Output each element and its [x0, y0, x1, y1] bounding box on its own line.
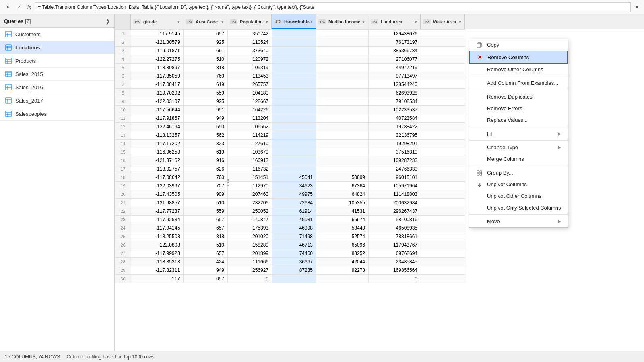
col-dropdown-icon[interactable]: ▼: [361, 20, 365, 24]
table-cell: 50899: [316, 173, 369, 182]
grid-area: 1²3 gitude ▼ 1²3 Area Code ▼ 1²3 Populat…: [115, 14, 644, 351]
menu-item-remove_other_columns[interactable]: Remove Other Columns: [469, 64, 568, 75]
col-header-medianincome[interactable]: 1²3 Median Income ▼: [316, 14, 368, 29]
menu-item-remove_columns[interactable]: ✕Remove Columns: [469, 51, 568, 64]
menu-item-move[interactable]: Move▶: [469, 216, 568, 227]
menu-item-merge_columns[interactable]: Merge Columns: [469, 153, 568, 165]
svg-rect-33: [480, 173, 482, 175]
row-number: 5: [115, 64, 131, 72]
table-cell: 559: [184, 89, 228, 97]
table-cell: 104180: [228, 89, 272, 97]
submenu-arrow: ▶: [558, 219, 561, 224]
table-cell: 818: [184, 64, 228, 72]
table-cell: 707: [184, 182, 228, 190]
svg-rect-12: [6, 71, 11, 77]
table-cell: 92278: [316, 266, 369, 275]
confirm-button[interactable]: ✓: [14, 3, 23, 12]
menu-item-remove_duplicates[interactable]: Remove Duplicates: [469, 91, 568, 103]
sidebar-item-products[interactable]: Products: [0, 54, 114, 68]
table-row: 9-122.0310792512866779108534: [115, 97, 465, 106]
table-row: 2-121.8057992511052476173197: [115, 38, 465, 47]
table-row: 23-117.92534657140847450316597458100816: [115, 216, 465, 224]
table-cell: [316, 30, 369, 38]
sidebar-item-salespeoples[interactable]: Salespeoples: [0, 107, 114, 121]
sidebar-item-locations[interactable]: Locations: [0, 41, 114, 54]
table-cell: -122.46194: [131, 123, 184, 131]
row-number: 8: [115, 89, 131, 97]
table-cell: 49975: [272, 190, 316, 199]
menu-item-group_by[interactable]: Group By...: [469, 167, 568, 179]
menu-item-copy[interactable]: Copy: [469, 39, 568, 51]
table-cell: [316, 114, 369, 123]
col-dropdown-icon[interactable]: ▼: [265, 20, 269, 24]
table-cell: 97713497: [369, 72, 421, 80]
resize-handle[interactable]: [227, 177, 230, 188]
table-cell: 510: [184, 55, 228, 64]
sidebar-item-label: Sales_2017: [15, 98, 43, 104]
table-cell: 510: [184, 199, 228, 207]
remove-columns-icon: ✕: [476, 54, 483, 60]
sidebar-item-customers[interactable]: Customers: [0, 28, 114, 41]
formula-expand-button[interactable]: ▼: [633, 5, 641, 10]
table-cell: 657: [184, 224, 228, 232]
table-cell: [421, 190, 465, 199]
col-header-areacode[interactable]: 1²3 Area Code ▼: [183, 14, 227, 29]
status-bar: 15 COLUMNS, 74 ROWS Column profiling bas…: [0, 351, 644, 362]
table-cell: [421, 38, 465, 47]
menu-item-add_column_examples[interactable]: Add Column From Examples...: [469, 77, 568, 89]
menu-separator: [469, 127, 568, 127]
table-row: 16-121.37162916166913109287233: [115, 156, 465, 165]
menu-item-unpivot_columns[interactable]: Unpivot Columns: [469, 179, 568, 190]
menu-item-unpivot_selected_columns[interactable]: Unpivot Only Selected Columns: [469, 202, 568, 214]
menu-item-change_type[interactable]: Change Type▶: [469, 142, 568, 153]
col-dropdown-icon[interactable]: ▼: [176, 20, 180, 24]
table-cell: -117.43505: [131, 190, 184, 199]
row-number: 14: [115, 140, 131, 148]
table-cell: [272, 165, 316, 173]
row-number: 29: [115, 266, 131, 275]
col-header-longitude[interactable]: 1²3 gitude ▼: [131, 14, 183, 29]
sidebar-item-sales_2017[interactable]: Sales_2017: [0, 94, 114, 107]
col-header-landarea[interactable]: 1²3 Land Area ▼: [368, 14, 421, 29]
row-number: 13: [115, 131, 131, 140]
table-cell: [316, 156, 369, 165]
menu-item-replace_values[interactable]: Replace Values...: [469, 114, 568, 126]
copy-icon: [476, 42, 483, 48]
menu-item-remove_errors[interactable]: Remove Errors: [469, 103, 568, 114]
table-cell: [421, 80, 465, 89]
table-cell: -117.35059: [131, 72, 184, 80]
table-cell: 424: [184, 258, 228, 266]
col-header-households[interactable]: 1²3 Households ▼: [272, 14, 316, 29]
col-dropdown-icon[interactable]: ▼: [458, 20, 462, 24]
sidebar-collapse-button[interactable]: ❯: [105, 18, 110, 24]
sidebar-item-sales_2015[interactable]: Sales_2015: [0, 68, 114, 81]
table-cell: [272, 140, 316, 148]
table-cell: 102233537: [369, 106, 421, 114]
menu-item-fill[interactable]: Fill▶: [469, 128, 568, 140]
table-cell: [272, 89, 316, 97]
col-dropdown-icon[interactable]: ▼: [221, 20, 225, 24]
row-number: 1: [115, 30, 131, 38]
table-cell: [421, 173, 465, 182]
menu-item-label: Group By...: [487, 170, 561, 176]
table-cell: [272, 64, 316, 72]
menu-item-label: Replace Values...: [487, 117, 561, 123]
col-header-content: 1²3 Population: [230, 19, 263, 24]
col-header-content: 1²3 Households: [274, 19, 310, 24]
table-cell: -119.01871: [131, 47, 184, 55]
col-dropdown-icon[interactable]: ▼: [310, 19, 314, 24]
table-cell: 32136795: [369, 131, 421, 140]
cancel-button[interactable]: ✕: [3, 3, 12, 12]
table-cell: 46508935: [369, 224, 421, 232]
row-number-header: [115, 14, 131, 29]
sidebar-item-sales_2016[interactable]: Sales_2016: [0, 81, 114, 94]
row-number: 18: [115, 173, 131, 182]
col-dropdown-icon[interactable]: ▼: [414, 20, 418, 24]
formula-input[interactable]: [35, 2, 631, 12]
table-cell: 657: [184, 30, 228, 38]
table-cell: 72684: [272, 199, 316, 207]
col-header-population[interactable]: 1²3 Population ▼: [227, 14, 272, 29]
menu-item-unpivot_other_columns[interactable]: Unpivot Other Columns: [469, 190, 568, 202]
col-header-waterarea[interactable]: 1²3 Water Area ▼: [421, 14, 465, 29]
table-row: 18-117.08642760151451450415089996015101: [115, 173, 465, 182]
